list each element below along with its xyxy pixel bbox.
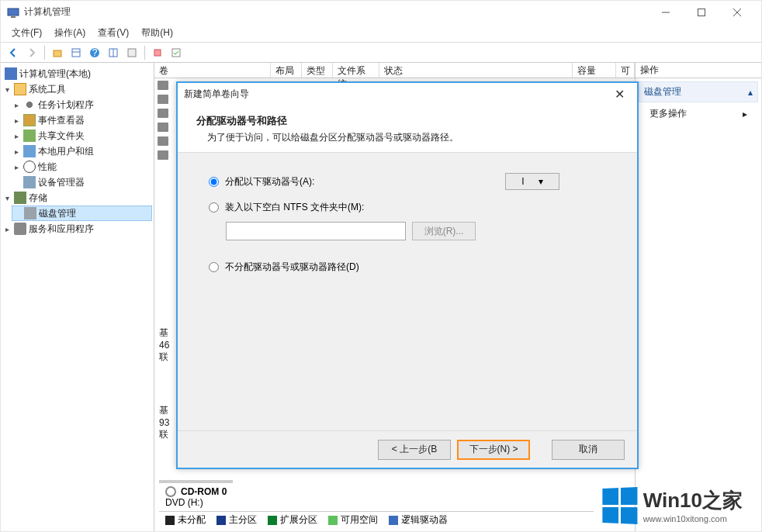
chevron-right-icon: ▸ <box>743 109 747 119</box>
col-type[interactable]: 类型 <box>302 63 333 78</box>
watermark-title: Win10之家 <box>643 487 743 514</box>
svg-rect-7 <box>72 49 80 57</box>
chevron-down-icon[interactable]: ▾ <box>2 85 12 94</box>
no-drive-letter-radio[interactable] <box>209 262 219 272</box>
tree-task-scheduler[interactable]: ▸ 任务计划程序 <box>12 97 152 112</box>
mount-ntfs-folder-label: 装入以下空白 NTFS 文件夹中(M): <box>225 201 364 214</box>
browse-button: 浏览(R)... <box>412 222 476 240</box>
settings-button[interactable] <box>150 45 165 60</box>
svg-rect-6 <box>54 50 61 57</box>
action-button[interactable] <box>124 45 140 60</box>
title-bar: 计算机管理 <box>1 1 761 24</box>
actions-pane: 操作 磁盘管理 ▴ 更多操作 ▸ <box>636 63 761 531</box>
chevron-right-icon[interactable]: ▸ <box>12 147 21 156</box>
back-button[interactable] <box>5 45 21 60</box>
wizard-titlebar: 新建简单卷向导 ✕ <box>178 83 637 105</box>
tree-device-manager[interactable]: ▸ 设备管理器 <box>12 174 152 190</box>
tool-icon <box>14 83 26 95</box>
tree-services-apps[interactable]: ▸ 服务和应用程序 <box>2 221 152 237</box>
event-viewer-icon <box>23 114 36 126</box>
volume-icon <box>158 136 168 146</box>
svg-rect-14 <box>154 50 161 56</box>
chevron-right-icon[interactable]: ▸ <box>12 132 21 140</box>
actions-title[interactable]: 磁盘管理 ▴ <box>639 81 758 102</box>
col-filesystem[interactable]: 文件系统 <box>333 63 379 78</box>
legend-extended: 扩展分区 <box>268 513 317 527</box>
cdrom-icon <box>165 486 176 497</box>
actions-header: 操作 <box>636 63 761 78</box>
volume-icon <box>158 95 168 104</box>
list-view-button[interactable] <box>68 45 84 60</box>
menu-help[interactable]: 帮助(H) <box>135 25 179 41</box>
wizard-close-button[interactable]: ✕ <box>608 87 631 102</box>
view-button-2[interactable] <box>106 45 121 60</box>
window-title: 计算机管理 <box>24 5 648 19</box>
chevron-down-icon[interactable]: ▾ <box>2 194 12 202</box>
tree-pane: 计算机管理(本地) ▾ 系统工具 ▸ 任务计划程序 ▸ 事件查看器 ▸ 共享文件… <box>1 63 154 531</box>
windows-logo-icon <box>602 487 637 524</box>
volume-icon <box>158 81 168 90</box>
toolbar: ? <box>1 43 761 63</box>
tree-root[interactable]: 计算机管理(本地) <box>2 66 152 81</box>
mount-ntfs-folder-radio[interactable] <box>209 202 219 212</box>
wizard-footer: < 上一步(B 下一步(N) > 取消 <box>178 430 637 468</box>
maximize-button[interactable] <box>684 1 719 24</box>
users-icon <box>23 145 36 157</box>
chevron-right-icon[interactable]: ▸ <box>12 116 21 125</box>
watermark: Win10之家 www.win10xitong.com <box>601 487 743 523</box>
forward-button[interactable] <box>24 45 40 60</box>
tree-shared-folders[interactable]: ▸ 共享文件夹 <box>12 128 152 143</box>
disk-info-partial-1: 基 46 联 <box>159 326 169 364</box>
chevron-right-icon[interactable]: ▸ <box>2 225 12 233</box>
watermark-url: www.win10xitong.com <box>643 514 743 523</box>
cancel-button[interactable]: 取消 <box>552 440 625 460</box>
refresh-button[interactable] <box>168 45 184 60</box>
scheduler-icon <box>23 98 36 111</box>
svg-rect-1 <box>11 16 16 18</box>
svg-rect-13 <box>128 49 136 57</box>
svg-rect-0 <box>8 9 19 16</box>
services-icon <box>14 223 26 235</box>
tree-system-tools[interactable]: ▾ 系统工具 <box>2 81 152 97</box>
col-volume[interactable]: 卷 <box>154 63 271 78</box>
performance-icon <box>23 161 36 173</box>
back-button[interactable]: < 上一步(B <box>378 440 451 460</box>
assign-drive-letter-radio[interactable] <box>209 177 219 187</box>
up-button[interactable] <box>50 45 65 60</box>
menu-action[interactable]: 操作(A) <box>48 25 92 41</box>
computer-management-icon <box>7 6 19 19</box>
actions-more[interactable]: 更多操作 ▸ <box>639 102 758 125</box>
cdrom-title: CD-ROM 0 <box>181 486 227 497</box>
menu-bar: 文件(F) 操作(A) 查看(V) 帮助(H) <box>1 24 761 43</box>
close-button[interactable] <box>719 1 755 24</box>
collapse-icon: ▴ <box>748 87 753 98</box>
chevron-right-icon[interactable]: ▸ <box>12 163 21 171</box>
tree-event-viewer[interactable]: ▸ 事件查看器 <box>12 112 152 128</box>
col-status[interactable]: 状态 <box>379 63 573 78</box>
col-capacity[interactable]: 容量 <box>573 63 616 78</box>
computer-icon <box>5 67 17 80</box>
list-header: 卷 布局 类型 文件系统 状态 容量 可 <box>154 63 635 78</box>
disk-icon <box>24 207 36 219</box>
next-button[interactable]: 下一步(N) > <box>457 440 530 460</box>
svg-rect-3 <box>698 9 705 16</box>
wizard-header-title: 分配驱动器号和路径 <box>196 114 618 128</box>
chevron-right-icon[interactable]: ▸ <box>12 101 21 109</box>
tree-storage[interactable]: ▾ 存储 <box>2 190 152 206</box>
tree-performance[interactable]: ▸ 性能 <box>12 159 152 174</box>
tree-disk-management[interactable]: ▸ 磁盘管理 <box>12 206 152 221</box>
disk-info-partial-2: 基 93 联 <box>159 404 169 441</box>
volume-icon <box>158 123 168 132</box>
volume-icon <box>158 150 168 160</box>
help-button[interactable]: ? <box>87 45 102 60</box>
menu-view[interactable]: 查看(V) <box>92 25 135 41</box>
new-simple-volume-wizard: 新建简单卷向导 ✕ 分配驱动器号和路径 为了便于访问，可以给磁盘分区分配驱动器号… <box>176 81 639 469</box>
chevron-down-icon: ▾ <box>539 176 543 187</box>
col-layout[interactable]: 布局 <box>271 63 302 78</box>
assign-drive-letter-label: 分配以下驱动器号(A): <box>225 175 314 188</box>
col-available[interactable]: 可 <box>616 63 635 78</box>
menu-file[interactable]: 文件(F) <box>5 25 48 41</box>
tree-local-users[interactable]: ▸ 本地用户和组 <box>12 143 152 159</box>
drive-letter-select[interactable]: I ▾ <box>505 173 559 190</box>
minimize-button[interactable] <box>648 1 684 24</box>
